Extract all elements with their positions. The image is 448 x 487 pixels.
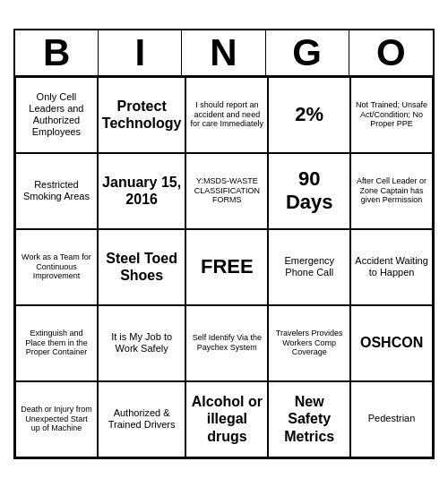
bingo-cell-12: FREE (185, 229, 268, 305)
bingo-cell-24: Pedestrian (350, 381, 433, 457)
bingo-cell-11: Steel Toed Shoes (98, 229, 186, 305)
bingo-cell-15: Extinguish and Place them in the Proper … (15, 305, 98, 381)
bingo-cell-3: 2% (268, 77, 350, 153)
bingo-cell-4: Not Trained; Unsafe Act/Condition; No Pr… (350, 77, 433, 153)
header-letter-i: I (99, 30, 182, 75)
bingo-cell-9: After Cell Leader or Zone Captain has gi… (350, 153, 433, 229)
bingo-grid: Only Cell Leaders and Authorized Employe… (15, 77, 433, 457)
bingo-cell-16: It is My Job to Work Safely (98, 305, 186, 381)
bingo-cell-8: 90 Days (268, 153, 350, 229)
header-letter-b: B (15, 30, 99, 75)
bingo-cell-17: Self Identify Via the Paychex System (185, 305, 268, 381)
header-letter-o: O (349, 30, 433, 75)
bingo-header: BINGO (15, 30, 433, 77)
bingo-cell-10: Work as a Team for Continuous Improvemen… (15, 229, 98, 305)
bingo-cell-7: Y:MSDS-WASTE CLASSIFICATION FORMS (185, 153, 268, 229)
bingo-cell-1: Protect Technology (98, 77, 186, 153)
bingo-cell-20: Death or Injury from Unexpected Start up… (15, 381, 98, 457)
bingo-cell-5: Restricted Smoking Areas (15, 153, 98, 229)
bingo-cell-21: Authorized & Trained Drivers (98, 381, 186, 457)
bingo-cell-19: OSHCON (350, 305, 433, 381)
bingo-card: BINGO Only Cell Leaders and Authorized E… (13, 29, 435, 459)
bingo-cell-23: New Safety Metrics (268, 381, 350, 457)
header-letter-n: N (182, 30, 265, 75)
bingo-cell-0: Only Cell Leaders and Authorized Employe… (15, 77, 98, 153)
bingo-cell-22: Alcohol or illegal drugs (185, 381, 268, 457)
bingo-cell-6: January 15, 2016 (98, 153, 186, 229)
bingo-cell-2: I should report an accident and need for… (185, 77, 268, 153)
bingo-cell-18: Travelers Provides Workers Comp Coverage (268, 305, 350, 381)
header-letter-g: G (266, 30, 349, 75)
bingo-cell-13: Emergency Phone Call (268, 229, 350, 305)
bingo-cell-14: Accident Waiting to Happen (350, 229, 433, 305)
